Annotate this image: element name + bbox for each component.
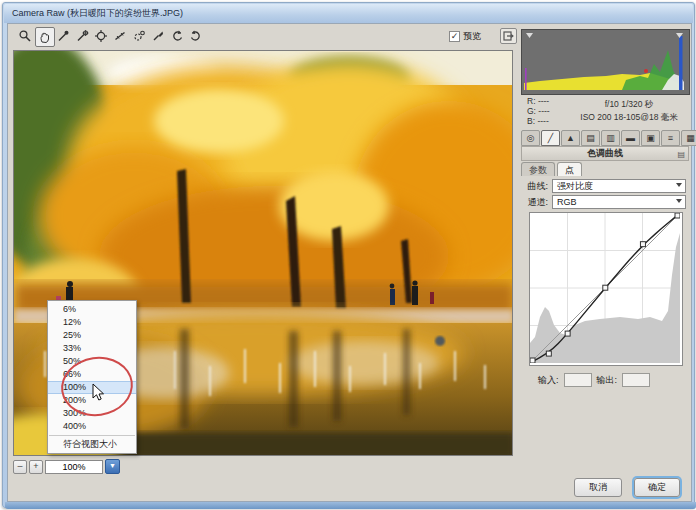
- channel-select[interactable]: RGB: [552, 195, 686, 209]
- preview-checkbox[interactable]: ✓: [449, 31, 460, 42]
- menu-separator: [49, 435, 135, 436]
- zoom-menu-item-fit[interactable]: 符合视图大小: [48, 438, 136, 451]
- channel-value: RGB: [557, 197, 577, 207]
- tab-parametric[interactable]: 参数: [521, 162, 555, 176]
- tab-hsl-grayscale-icon[interactable]: ▤: [581, 130, 600, 146]
- panel-flyout-icon[interactable]: ▤: [677, 148, 685, 161]
- r-label: R:: [527, 96, 536, 106]
- exif-iso-lens: ISO 200 18-105@18 毫米: [573, 112, 685, 124]
- fullscreen-toggle-button[interactable]: [500, 28, 517, 44]
- exif-exposure: f/10 1/320 秒: [573, 99, 685, 111]
- zoom-level-field[interactable]: 100%: [45, 460, 103, 474]
- adjustments-panel: R: ---- G: ---- B: ---- f/10 1/320 秒 ISO…: [518, 26, 690, 496]
- tab-lens-corrections-icon[interactable]: ▬: [621, 130, 640, 146]
- mouse-cursor-icon: [92, 383, 105, 406]
- r-value: ----: [538, 96, 549, 106]
- straighten-tool-icon[interactable]: [111, 27, 129, 45]
- channel-label: 通道:: [526, 196, 548, 209]
- tone-curve-graph[interactable]: [529, 212, 683, 366]
- tab-snapshots-icon[interactable]: ▦: [681, 130, 696, 146]
- zoom-in-button[interactable]: +: [29, 460, 43, 474]
- g-value: ----: [538, 106, 549, 116]
- window-bottom-frame: [5, 502, 696, 509]
- tab-tone-curve-icon[interactable]: ╱: [541, 130, 560, 146]
- white-balance-tool-icon[interactable]: [54, 27, 72, 45]
- cancel-button[interactable]: 取消: [574, 478, 622, 497]
- spot-removal-tool-icon[interactable]: [130, 27, 148, 45]
- tab-split-toning-icon[interactable]: ▥: [601, 130, 620, 146]
- chevron-down-icon: [676, 199, 682, 203]
- zoom-out-button[interactable]: –: [13, 460, 27, 474]
- b-value: ----: [537, 116, 548, 126]
- g-label: G:: [527, 106, 536, 116]
- adjust-tab-strip: ◎ ╱ ▲ ▤ ▥ ▬ ▣ ≡ ▦: [521, 130, 696, 146]
- targeted-adjustment-tool-icon[interactable]: [92, 27, 110, 45]
- output-field[interactable]: [622, 373, 650, 387]
- panel-title-bar: 色调曲线 ▤: [521, 146, 689, 161]
- input-field[interactable]: [564, 373, 592, 387]
- window-title: Camera Raw (秋日暖阳下的缤纷世界.JPG): [12, 8, 183, 18]
- zoom-menu-item[interactable]: 25%: [48, 329, 136, 342]
- preview-label: 预览: [463, 30, 481, 43]
- zoom-menu-item[interactable]: 6%: [48, 303, 136, 316]
- zoom-tool-icon[interactable]: [16, 27, 34, 45]
- histogram: [521, 29, 690, 95]
- zoom-menu-item[interactable]: 12%: [48, 316, 136, 329]
- tab-basic-icon[interactable]: ◎: [521, 130, 540, 146]
- rotate-left-tool-icon[interactable]: [168, 27, 186, 45]
- shadow-clipping-icon: [526, 33, 533, 38]
- chevron-down-icon: [676, 183, 682, 187]
- tab-presets-icon[interactable]: ≡: [661, 130, 680, 146]
- ok-button[interactable]: 确定: [634, 478, 680, 497]
- rotate-right-tool-icon[interactable]: [187, 27, 205, 45]
- panel-title: 色调曲线: [587, 148, 623, 158]
- title-bar[interactable]: Camera Raw (秋日暖阳下的缤纷世界.JPG): [4, 4, 693, 23]
- sample-info: R: ---- G: ---- B: ---- f/10 1/320 秒 ISO…: [521, 96, 688, 128]
- curve-label: 曲线:: [526, 180, 548, 193]
- output-label: 输出:: [597, 374, 618, 387]
- camera-raw-dialog: Camera Raw (秋日暖阳下的缤纷世界.JPG): [2, 2, 695, 508]
- curve-preset-value: 强对比度: [557, 181, 593, 191]
- adjustment-brush-tool-icon[interactable]: [149, 27, 167, 45]
- zoom-menu-item[interactable]: 400%: [48, 420, 136, 433]
- color-sampler-tool-icon[interactable]: [73, 27, 91, 45]
- dialog-content: ✓ 预览: [7, 23, 692, 502]
- input-label: 输入:: [538, 374, 559, 387]
- hand-tool-icon[interactable]: [35, 27, 55, 47]
- b-label: B:: [527, 116, 535, 126]
- zoom-dropdown-button[interactable]: ▼: [105, 459, 120, 474]
- tab-detail-icon[interactable]: ▲: [561, 130, 580, 146]
- zoom-menu-item[interactable]: 33%: [48, 342, 136, 355]
- curve-preset-select[interactable]: 强对比度: [552, 179, 686, 193]
- tab-point[interactable]: 点: [557, 162, 582, 176]
- tab-camera-calibration-icon[interactable]: ▣: [641, 130, 660, 146]
- curve-subtabs: 参数 点: [521, 162, 582, 176]
